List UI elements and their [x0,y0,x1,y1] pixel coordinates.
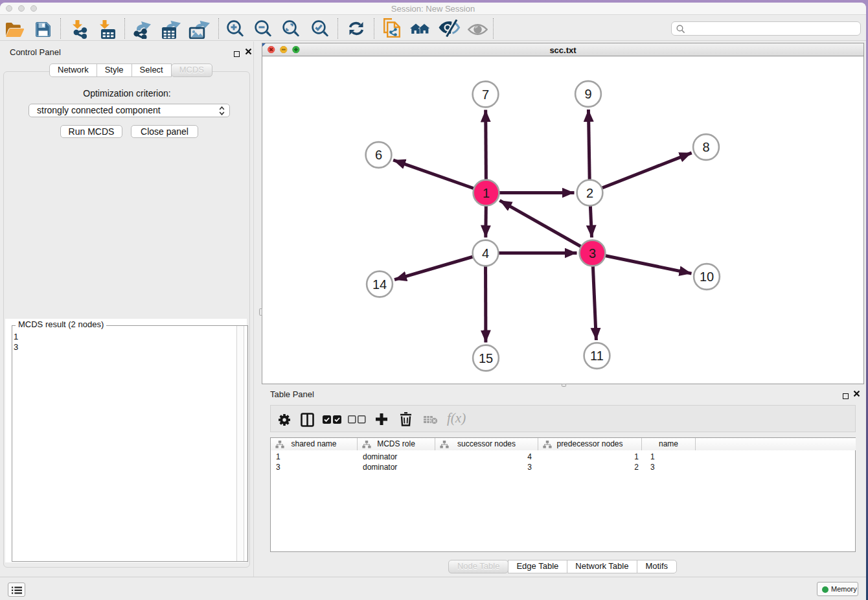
svg-text:11: 11 [590,349,604,363]
svg-text:4: 4 [482,246,489,260]
svg-text:14: 14 [372,277,387,292]
svg-text:6: 6 [375,148,382,162]
svg-text:1: 1 [483,186,490,200]
svg-text:2: 2 [586,186,593,200]
svg-text:15: 15 [479,351,493,365]
svg-text:10: 10 [700,270,714,284]
svg-text:9: 9 [584,87,591,101]
svg-text:3: 3 [589,246,596,260]
svg-text:8: 8 [702,140,709,154]
svg-text:7: 7 [482,87,489,102]
